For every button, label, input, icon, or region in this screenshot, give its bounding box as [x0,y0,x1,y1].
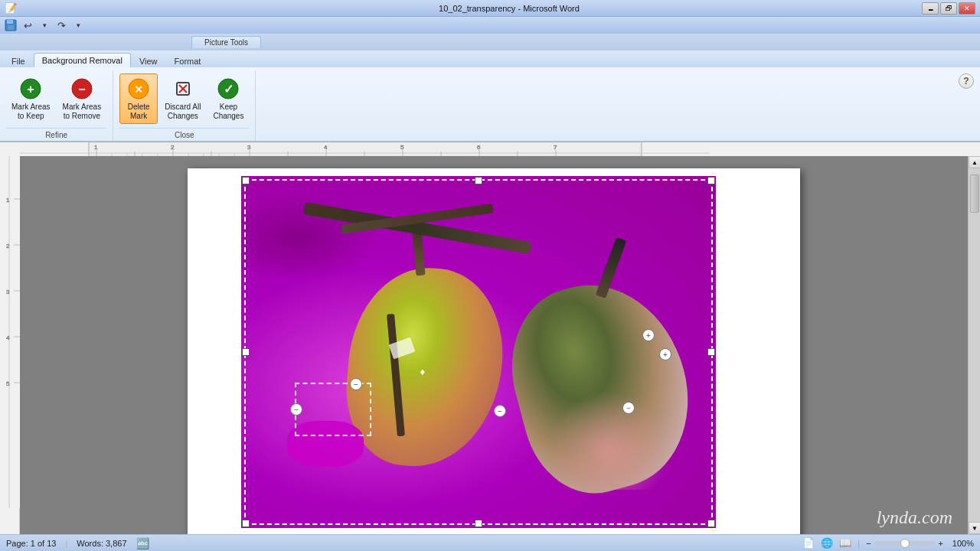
close-button[interactable]: ✕ [959,2,975,15]
minimize-button[interactable]: 🗕 [922,2,939,15]
scroll-thumb[interactable] [970,174,979,213]
svg-text:2: 2 [171,144,175,151]
mark-keep-4: − [622,402,635,414]
ruler-horizontal: 1 2 3 4 5 6 7 [20,142,968,156]
svg-text:1: 1 [6,197,10,204]
svg-rect-47 [0,156,20,508]
zoom-out-button[interactable]: − [866,539,871,548]
keep-changes-label: Keep Changes [213,103,243,121]
svg-text:7: 7 [554,144,557,151]
svg-rect-45 [88,142,90,156]
svg-text:4: 4 [6,334,10,341]
scroll-up-button[interactable]: ▲ [969,156,980,168]
customize-button[interactable]: ▾ [70,18,86,32]
mark-keep-icon: + [18,77,43,101]
svg-text:✓: ✓ [224,83,234,96]
main-area: 1 2 3 4 5 6 7 [0,142,980,534]
svg-text:3: 3 [247,144,251,151]
svg-text:6: 6 [477,144,481,151]
app-icon: 📝 [5,2,17,14]
tab-view[interactable]: View [131,54,166,67]
delete-mark-button[interactable]: ✕ Delete Mark [119,73,158,124]
scroll-down-button[interactable]: ▼ [969,522,980,534]
zoom-percent[interactable]: 100% [949,539,974,548]
discard-all-label: Discard All Changes [165,103,201,121]
delete-mark-label: Delete Mark [128,103,150,121]
tab-file[interactable]: File [3,54,34,67]
quick-access-toolbar: ↩ ▾ ↷ ▾ [0,17,980,34]
mark-keep-label: Mark Areas to Keep [11,103,51,121]
discard-all-changes-button[interactable]: Discard All Changes [159,73,206,124]
reading-view-icon[interactable]: 📖 [839,537,851,549]
svg-text:3: 3 [6,289,10,295]
mark-remove-icon: − [70,77,94,101]
undo-button[interactable]: ↩ [20,18,35,32]
tab-background-removal[interactable]: Background Removal [34,53,131,67]
watermark: lynda.com [877,507,952,528]
spell-check-icon[interactable]: 🔤 [136,537,149,549]
redo-button[interactable]: ↷ [54,18,69,32]
svg-rect-1 [7,20,13,24]
status-bar: Page: 1 of 13 | Words: 3,867 🔤 📄 🌐 📖 | −… [0,534,980,551]
mark-areas-keep-button[interactable]: + Mark Areas to Keep [6,73,56,124]
mark-keep-3: − [494,405,506,417]
ruler-vertical: 1 2 3 4 5 [0,156,20,534]
svg-text:✕: ✕ [134,83,143,96]
vertical-scrollbar[interactable]: ▲ ▼ [968,156,980,534]
svg-text:+: + [28,83,34,96]
mark-keep-2: + [659,348,671,360]
undo-dropdown[interactable]: ▾ [37,18,52,32]
layout-view-icon[interactable]: 📄 [802,537,815,549]
ribbon-group-refine: + Mark Areas to Keep − Mark Areas to Rem… [0,70,113,141]
scroll-track[interactable] [969,168,980,522]
svg-rect-2 [8,25,14,30]
word-count: Words: 3,867 [77,539,126,548]
title-bar: 📝 10_02_transparency - Microsoft Word 🗕 … [0,0,980,17]
keep-changes-button[interactable]: ✓ Keep Changes [207,73,249,124]
document-page: − − + + − − ⬧ [188,168,800,534]
mark-keep-1: + [642,329,655,341]
document-canvas[interactable]: − − + + − − ⬧ lynda.com [20,156,968,534]
svg-text:−: − [78,83,85,96]
tab-format[interactable]: Format [166,54,210,67]
svg-text:1: 1 [94,144,98,151]
save-button[interactable] [3,18,18,32]
help-button[interactable]: ? [959,73,974,89]
maximize-button[interactable]: 🗗 [940,2,957,15]
svg-text:5: 5 [400,144,404,151]
discard-all-icon [171,77,195,101]
fruit-image: − − + + − − ⬧ [241,176,716,528]
separator-1: | [65,539,67,548]
svg-text:5: 5 [6,380,10,387]
status-right-area: 📄 🌐 📖 | − + 100% [802,537,974,549]
picture-tools-tab-label: Picture Tools [191,36,261,48]
svg-text:4: 4 [324,144,328,151]
window-title: 10_02_transparency - Microsoft Word [96,4,922,13]
mark-remove-label: Mark Areas to Remove [63,103,102,121]
ribbon: + Mark Areas to Keep − Mark Areas to Rem… [0,67,980,142]
picture-tools-label-row: Picture Tools [0,34,980,51]
ribbon-group-close: ✕ Delete Mark Discard All Changes [113,70,256,141]
svg-text:2: 2 [6,243,10,249]
mark-areas-remove-button[interactable]: − Mark Areas to Remove [57,73,107,124]
zoom-thumb[interactable] [900,539,910,548]
close-group-label: Close [119,128,249,141]
zoom-slider[interactable]: − + [866,539,943,548]
separator-2: | [858,539,860,548]
keep-changes-icon: ✓ [216,77,240,101]
page-info: Page: 1 of 13 [6,539,56,548]
zoom-track[interactable] [874,541,936,546]
doc-with-rulers: 1 2 3 4 5 [0,156,980,534]
refine-group-label: Refine [6,128,106,141]
zoom-in-button[interactable]: + [939,539,943,548]
tab-strip-wrapper: Picture Tools File Background Removal Vi… [0,34,980,67]
svg-rect-46 [641,142,642,156]
ribbon-tab-row: File Background Removal View Format [0,51,980,67]
delete-mark-icon: ✕ [126,77,151,101]
web-view-icon[interactable]: 🌐 [821,537,833,549]
